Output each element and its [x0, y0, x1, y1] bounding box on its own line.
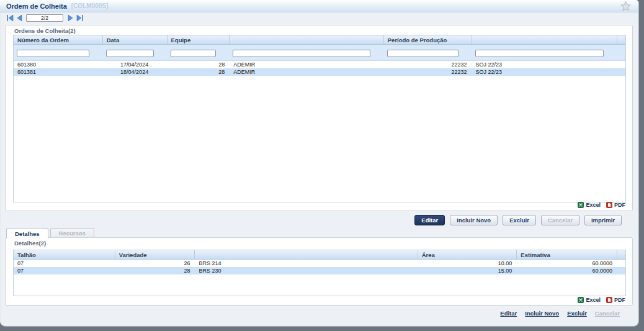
title-bar: Ordem de Colheita [COLM000S] [0, 0, 638, 12]
incluir-novo-link[interactable]: Incluir Novo [525, 310, 559, 317]
details-grid: Talhão Variedade Área Estimativa 07 26 B… [13, 250, 626, 296]
order-date-cell: 17/04/2024 [103, 61, 168, 68]
filter-equipe-input[interactable] [171, 50, 217, 57]
detail-variedade-name-cell: BRS 230 [195, 268, 418, 274]
excel-icon [578, 202, 584, 208]
detail-area-cell: 15.00 [418, 268, 517, 274]
filter-blank-2-input[interactable] [475, 50, 604, 57]
cancelar-button[interactable]: Cancelar [541, 215, 579, 225]
order-number-cell: 601381 [14, 69, 103, 75]
orders-panel-legend: Ordens de Colheita(2) [14, 27, 76, 34]
order-period-code-cell: 22232 [384, 61, 472, 68]
detail-action-links: Editar Incluir Novo Excluir Cancelar [500, 310, 620, 317]
column-header-variedade[interactable]: Variedade [115, 250, 195, 259]
column-header-blank [195, 250, 418, 259]
pagination-toolbar [0, 13, 638, 23]
order-team-name-cell: ADEMIR [230, 61, 383, 68]
orders-grid: Número da Ordem Data Equipe Período de P… [13, 35, 626, 202]
orders-export-links: Excel PDF [578, 202, 625, 208]
order-period-code-cell: 22232 [384, 69, 472, 75]
column-header-equipe[interactable]: Equipe [168, 35, 230, 44]
column-header-talhao[interactable]: Talhão [14, 250, 115, 259]
tab-detalhes[interactable]: Detalhes [6, 228, 48, 238]
excluir-button[interactable]: Excluir [503, 215, 536, 225]
orders-panel: Ordens de Colheita(2) Número da Ordem Da… [5, 25, 633, 211]
detail-area-cell: 10.00 [418, 260, 517, 266]
orders-excel-export-link[interactable]: Excel [578, 202, 601, 208]
details-grid-header: Talhão Variedade Área Estimativa [14, 250, 625, 260]
order-team-code-cell: 28 [168, 61, 230, 68]
pdf-icon [606, 297, 612, 303]
column-header-numero-da-ordem[interactable]: Número da Ordem [14, 35, 103, 44]
details-panel: Detalhes(2) Talhão Variedade Área Estima… [5, 237, 633, 306]
orders-grid-header: Número da Ordem Data Equipe Período de P… [14, 35, 625, 45]
page-number-input[interactable] [26, 14, 63, 22]
favorite-star-icon[interactable] [620, 1, 631, 11]
app-window: Ordem de Colheita [COLM000S] Ordens de C… [0, 0, 639, 327]
filter-blank-1-input[interactable] [233, 50, 370, 57]
filter-data-input[interactable] [106, 50, 154, 57]
order-period-name-cell: SOJ 22/23 [472, 69, 618, 75]
column-header-blank-2 [472, 35, 618, 44]
detail-tabs: Detalhes Recursos [6, 228, 94, 238]
detail-variedade-code-cell: 26 [115, 260, 195, 266]
column-header-area[interactable]: Área [418, 250, 517, 259]
details-export-links: Excel PDF [578, 297, 625, 303]
order-number-cell: 601380 [14, 61, 103, 68]
detail-estimativa-cell: 60.0000 [517, 268, 617, 274]
previous-page-button[interactable] [15, 14, 23, 22]
imprimir-button[interactable]: Imprimir [584, 215, 622, 225]
column-header-spacer [617, 35, 625, 44]
cancelar-link[interactable]: Cancelar [595, 310, 620, 317]
details-excel-export-link[interactable]: Excel [578, 297, 601, 303]
incluir-novo-button[interactable]: Incluir Novo [450, 215, 498, 225]
order-actions: Editar Incluir Novo Excluir Cancelar Imp… [414, 215, 622, 225]
column-header-blank-1 [230, 35, 383, 44]
detail-variedade-code-cell: 28 [115, 268, 195, 274]
pdf-icon [606, 202, 612, 208]
detail-row[interactable]: 07 26 BRS 214 10.00 60.0000 [14, 260, 625, 267]
detail-estimativa-cell: 60.0000 [517, 260, 617, 266]
order-period-name-cell: SOJ 22/23 [472, 61, 618, 68]
page-title: Ordem de Colheita [6, 2, 67, 10]
screen-code: [COLM000S] [71, 2, 108, 9]
next-page-button[interactable] [66, 14, 74, 22]
last-page-button[interactable] [76, 14, 84, 22]
detail-talhao-cell: 07 [14, 268, 115, 274]
editar-button[interactable]: Editar [414, 215, 445, 225]
order-row-selected[interactable]: 601381 18/04/2024 28 ADEMIR 22232 SOJ 22… [14, 68, 625, 76]
order-team-name-cell: ADEMIR [230, 69, 383, 75]
order-date-cell: 18/04/2024 [103, 69, 168, 75]
details-panel-legend: Detalhes(2) [14, 240, 46, 247]
orders-pdf-export-link[interactable]: PDF [606, 202, 625, 208]
column-header-estimativa[interactable]: Estimativa [517, 250, 617, 259]
filter-numero-da-ordem-input[interactable] [17, 50, 89, 57]
editar-link[interactable]: Editar [500, 310, 517, 317]
filter-periodo-de-producao-input[interactable] [387, 50, 458, 57]
detail-talhao-cell: 07 [14, 260, 115, 266]
column-header-periodo-de-producao[interactable]: Período de Produção [384, 35, 472, 44]
orders-filter-row [14, 45, 625, 61]
tab-recursos[interactable]: Recursos [50, 228, 94, 237]
column-header-spacer [617, 250, 625, 259]
detail-variedade-name-cell: BRS 214 [195, 260, 418, 266]
excel-icon [578, 297, 584, 303]
excluir-link[interactable]: Excluir [567, 310, 587, 317]
detail-row-selected[interactable]: 07 28 BRS 230 15.00 60.0000 [14, 267, 625, 274]
column-header-data[interactable]: Data [103, 35, 168, 44]
order-team-code-cell: 28 [168, 69, 230, 75]
details-pdf-export-link[interactable]: PDF [606, 297, 625, 303]
first-page-button[interactable] [6, 14, 14, 22]
order-row[interactable]: 601380 17/04/2024 28 ADEMIR 22232 SOJ 22… [14, 61, 625, 68]
